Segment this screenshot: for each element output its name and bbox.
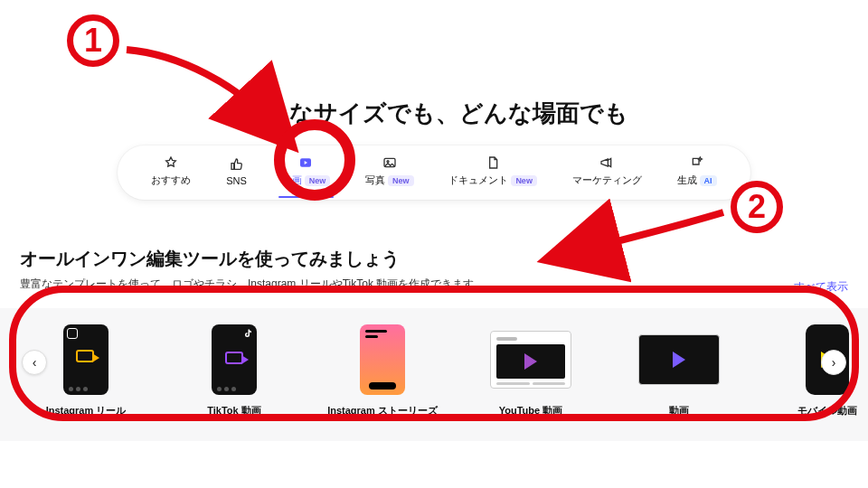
card-label: TikTok 動画 [207,404,261,418]
card-label: 動画 [669,404,689,418]
category-tabbar: おすすめ SNS 動画 New 写真 New ドキュメント New [118,145,750,200]
tab-label: 生成 [677,174,697,187]
new-badge: New [305,175,331,186]
sparkle-icon [689,155,705,171]
tab-photo[interactable]: 写真 New [360,149,420,196]
new-badge: New [388,175,414,186]
card-label: Instagram リール [46,404,127,418]
tab-label: 動画 [282,174,302,187]
tab-label: おすすめ [151,174,191,187]
star-icon [163,155,179,171]
tab-document[interactable]: ドキュメント New [443,149,542,196]
card-label: Instagram ストーリーズ [327,404,438,418]
template-card-mobile-video[interactable]: モバイル動画 [778,324,868,418]
annotation-number-1: 1 [67,14,119,67]
section-heading: オールインワン編集ツールを使ってみましょう [20,247,848,271]
ai-badge: AI [700,175,717,186]
play-icon [297,155,314,171]
template-card-youtube[interactable]: YouTube 動画 [481,324,580,418]
carousel-prev-button[interactable]: ‹ [22,350,47,375]
image-icon [382,155,398,171]
tab-label: マーケティング [572,174,642,187]
template-card-video[interactable]: 動画 [629,324,729,418]
thumbsup-icon [229,156,245,173]
carousel-next-button[interactable]: › [821,350,846,375]
tab-label: 写真 [365,174,385,187]
megaphone-icon [599,155,615,171]
hero-title: どんなサイズでも、どんな場面でも [0,98,868,129]
template-card-tiktok[interactable]: TikTok 動画 [184,324,284,418]
template-carousel: ‹ › Instagram リール TikTok 動画 Instagram スト… [0,308,868,441]
template-card-instagram-reel[interactable]: Instagram リール [36,324,136,418]
card-label: モバイル動画 [797,404,857,418]
view-all-link[interactable]: すべて表示 [794,279,848,295]
new-badge: New [511,175,537,186]
tab-label: ドキュメント [448,174,508,187]
tools-section: オールインワン編集ツールを使ってみましょう 豊富なテンプレートを使って、ロゴやチ… [0,247,868,292]
tab-sns[interactable]: SNS [221,151,252,195]
card-label: YouTube 動画 [499,404,562,418]
tab-generate[interactable]: 生成 AI [672,149,722,196]
tab-recommended[interactable]: おすすめ [146,149,196,196]
svg-point-2 [387,161,389,163]
document-icon [485,155,501,171]
tab-video[interactable]: 動画 New [277,149,336,196]
section-subheading: 豊富なテンプレートを使って、ロゴやチラシ、Instagram リールやTikTo… [20,277,848,292]
template-card-instagram-story[interactable]: Instagram ストーリーズ [333,324,432,418]
tab-marketing[interactable]: マーケティング [567,149,647,196]
tab-label: SNS [226,175,247,186]
